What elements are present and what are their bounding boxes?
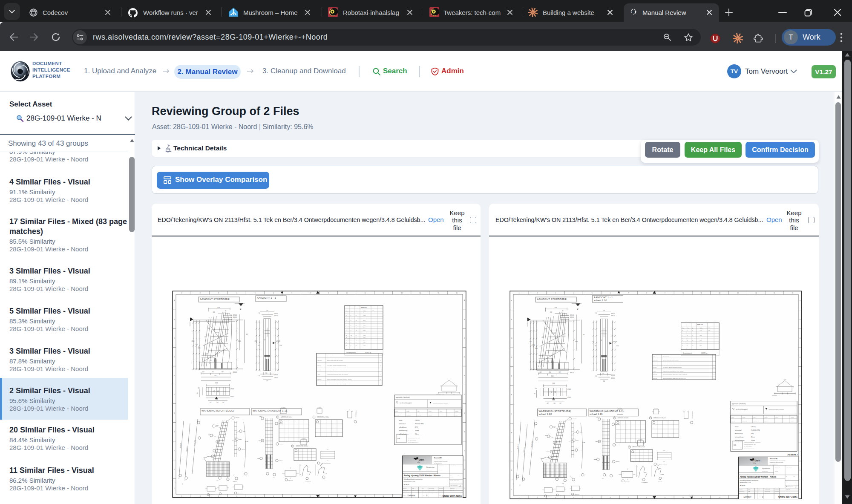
svg-text:HTA 38/17 - 150mm, thermisch v: HTA 38/17 - 150mm, thermisch verzinkt	[663, 363, 682, 365]
svg-text:13: 13	[401, 292, 403, 294]
svg-text:2+3-3-2-Ø048/25/118: 2+3-3-2-Ø048/25/118	[657, 464, 667, 465]
svg-text:H: H	[174, 431, 175, 433]
svg-text:A: A	[800, 300, 800, 302]
svg-text:F: F	[464, 394, 465, 395]
svg-text:Aanleg rijksweg 35/36 Wierden: Aanleg rijksweg 35/36 Wierden - Almelo	[404, 475, 441, 477]
svg-text:1.47: 1.47	[372, 312, 374, 313]
svg-text:AANZICHT STORTZIJDE: AANZICHT STORTZIJDE	[200, 298, 230, 300]
svg-text:schaal 1:20: schaal 1:20	[539, 413, 552, 415]
svg-text:TWR 96: TWR 96	[317, 379, 322, 380]
svg-text:250: 250	[216, 402, 219, 403]
svg-text:11: 11	[701, 292, 702, 294]
svg-text:5Ø8: 5Ø8	[216, 480, 219, 481]
svg-text:betondekking: betondekking	[399, 430, 407, 432]
svg-text:1.65: 1.65	[363, 335, 366, 336]
svg-text:HdB: HdB	[412, 490, 414, 490]
svg-text:TWR 96: TWR 96	[653, 378, 657, 379]
svg-text:250: 250	[266, 310, 268, 311]
svg-text:niet plat (schalungsglatt): niet plat (schalungsglatt)	[736, 409, 748, 410]
svg-text:1.65: 1.65	[699, 335, 702, 336]
svg-text:TWR 96: TWR 96	[317, 383, 322, 385]
svg-text:K: K	[800, 469, 800, 471]
svg-text:1.13: 1.13	[363, 332, 366, 333]
svg-text:250: 250	[535, 388, 537, 389]
svg-text:Betonstation K209: Betonstation K209	[404, 481, 415, 483]
svg-text:Ø96/28: Ø96/28	[567, 389, 571, 390]
svg-text:2.68: 2.68	[363, 320, 366, 321]
svg-text:schaal 1:20: schaal 1:20	[450, 488, 455, 489]
svg-text:Geluidbeperkende constructies: Geluidbeperkende constructies	[404, 478, 423, 480]
svg-text:aanzegwerk: aanzegwerk	[772, 395, 777, 395]
svg-text:F: F	[174, 394, 175, 395]
svg-text:5Ø8/1.06: 5Ø8/1.06	[222, 493, 227, 495]
svg-text:AANZICHT STORTZIJDE: AANZICHT STORTZIJDE	[537, 298, 567, 300]
svg-text:2150: 2150	[279, 345, 282, 346]
svg-text:250: 250	[266, 380, 268, 382]
svg-text:2Ø16: 2Ø16	[208, 434, 211, 435]
svg-text:Ø150/25: Ø150/25	[218, 343, 223, 344]
svg-text:2550: 2550	[529, 341, 532, 343]
svg-text:K: K	[511, 469, 512, 471]
svg-text:Ø96/28: Ø96/28	[274, 374, 278, 376]
svg-text:DW8/25/125-1+7 dl=4cm: DW8/25/125-1+7 dl=4cm	[653, 417, 666, 419]
svg-text:1.16: 1.16	[363, 337, 366, 338]
svg-text:1.78: 1.78	[363, 315, 366, 316]
svg-text:R=4546: R=4546	[215, 332, 219, 334]
svg-text:250: 250	[212, 371, 214, 373]
svg-text:450: 450	[542, 337, 544, 338]
svg-text:infra: infra	[753, 462, 756, 464]
svg-text:d.d. 19-01-08: d.d. 19-01-08	[429, 488, 435, 489]
svg-text:1168: 1168	[554, 307, 557, 308]
svg-text:volume: volume	[429, 411, 432, 412]
svg-text:450: 450	[208, 328, 210, 329]
svg-text:7128 mm: 7128 mm	[406, 415, 411, 416]
svg-text:2Ø16/118: 2Ø16/118	[288, 480, 293, 481]
svg-text:w48/25/125-111 dw/tm: w48/25/125-111 dw/tm	[281, 416, 292, 418]
svg-text:FeB 500 HWL: FeB 500 HWL	[751, 429, 760, 431]
svg-text:10: 10	[682, 497, 684, 498]
svg-text:gecontroleerd: gecontroleerd	[403, 490, 408, 490]
svg-text:par.: par.	[423, 488, 424, 489]
svg-text:2.71: 2.71	[363, 327, 366, 328]
svg-text:Rohrlager Straße 283 - 285: Rohrlager Straße 283 - 285	[408, 438, 420, 438]
svg-text:oppervlakte (Oberfläche): oppervlakte (Oberfläche)	[732, 403, 746, 405]
svg-text:As Built: As Built	[740, 485, 746, 487]
svg-text:vrijgegeven: vrijgegeven	[739, 492, 743, 493]
svg-text:0N-270 / 2006-2008: 0N-270 / 2006-2008	[450, 480, 459, 481]
svg-text:1164: 1164	[551, 375, 553, 377]
svg-text:10mm: 10mm	[415, 433, 419, 435]
svg-text:450: 450	[545, 328, 547, 330]
svg-text:beton: beton	[735, 426, 739, 428]
svg-text:2Ø16/118: 2Ø16/118	[625, 481, 630, 482]
svg-text:F: F	[511, 394, 512, 396]
svg-text:2Ø16/25: 2Ø16/25	[596, 441, 600, 442]
svg-text:5Ø8 stütz.g: 5Ø8 stütz.g	[207, 456, 213, 457]
svg-text:5Ø8: 5Ø8	[556, 442, 558, 444]
svg-text:250: 250	[603, 380, 605, 382]
svg-text:7128 mm: 7128 mm	[743, 420, 747, 422]
svg-text:10: 10	[346, 495, 348, 497]
svg-text:2.68: 2.68	[699, 337, 702, 338]
svg-text:Hülsen DVST Wikeln Ø 6006 - Sx: Hülsen DVST Wikeln Ø 6006 - SxL=700mm	[663, 371, 683, 372]
svg-text:2: 2	[240, 308, 242, 310]
svg-text:1164: 1164	[215, 382, 218, 384]
svg-text:15: 15	[438, 292, 440, 294]
svg-text:Ø96/20: Ø96/20	[611, 313, 615, 314]
svg-text:2Ø16: 2Ø16	[239, 439, 242, 440]
svg-text:871 mm: 871 mm	[731, 420, 735, 422]
svg-text:archiefcode: archiefcode	[439, 490, 443, 490]
svg-text:Ø96/20: Ø96/20	[567, 397, 571, 398]
svg-text:H: H	[464, 431, 465, 433]
svg-text:hoogte: hoogte	[743, 417, 746, 418]
svg-text:12: 12	[719, 292, 721, 294]
svg-text:0: 0	[426, 495, 428, 497]
svg-text:infra: infra	[417, 461, 420, 463]
svg-text:status: status	[739, 496, 741, 497]
svg-text:---: ---	[440, 415, 441, 416]
svg-text:457: 457	[210, 402, 212, 403]
svg-text:aantal bladen: aantal bladen	[789, 486, 793, 487]
svg-text:Ø96/20: Ø96/20	[570, 314, 574, 316]
svg-text:1.67: 1.67	[699, 343, 702, 343]
svg-text:beton: beton	[399, 420, 403, 421]
svg-text:lengte: lengte	[731, 417, 734, 418]
